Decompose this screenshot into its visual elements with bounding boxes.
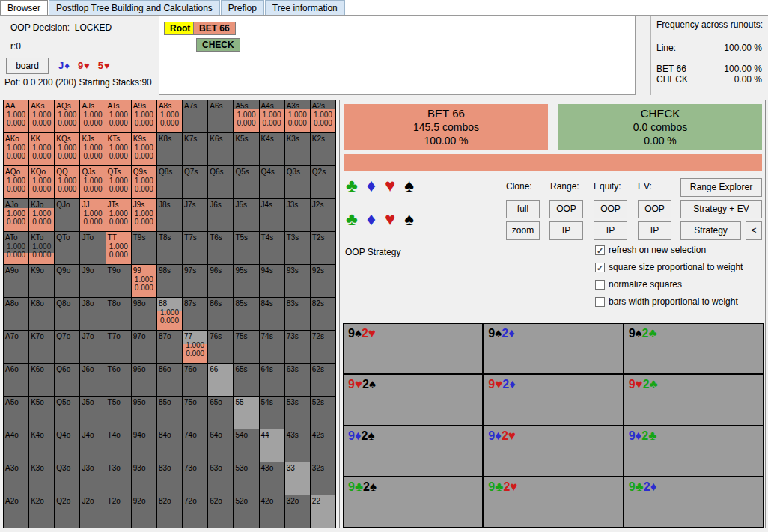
hand-cell-66[interactable]: 66 [208,364,233,396]
hand-cell-j4s[interactable]: J4s [260,199,284,231]
full-button-0[interactable]: full [506,200,540,218]
hand-cell-87s[interactable]: 87s [183,298,207,330]
hand-cell-92s[interactable]: 92s [311,265,335,297]
hand-cell-t3s[interactable]: T3s [285,232,310,264]
hand-cell-q9o[interactable]: Q9o [55,265,79,297]
hand-cell-94s[interactable]: 94s [260,265,284,297]
hand-cell-q6s[interactable]: Q6s [208,166,233,198]
hand-cell-42s[interactable]: 42s [311,429,335,462]
hand-cell-99[interactable]: 991.0000.000 [132,265,156,297]
hand-cell-k9s[interactable]: K9s1.0000.000 [132,133,156,165]
hand-cell-kjo[interactable]: KJo1.0000.000 [29,199,54,231]
hand-cell-j2o[interactable]: J2o [80,495,105,528]
hand-cell-65o[interactable]: 65o [208,397,233,429]
hand-cell-84s[interactable]: 84s [260,298,284,330]
checkbox-square-size-proportional-to-weight[interactable]: ✓square size proportional to weight [595,262,743,272]
hand-cell-j5o[interactable]: J5o [80,397,105,429]
hand-cell-53o[interactable]: 53o [234,462,258,495]
hand-cell-82s[interactable]: 82s [311,298,335,330]
hand-cell-k2s[interactable]: K2s [311,133,335,165]
hand-cell-54o[interactable]: 54o [234,429,258,462]
hand-cell-j4o[interactable]: J4o [80,429,105,462]
bet-action-header[interactable]: BET 66 145.5 combos 100.00 % [344,104,548,150]
hand-cell-97s[interactable]: 97s [183,265,207,297]
hand-cell-93o[interactable]: 93o [132,462,156,495]
hand-cell-kqo[interactable]: KQo1.0000.000 [29,166,54,198]
hand-cell-q6o[interactable]: Q6o [55,364,79,396]
hand-cell-62s[interactable]: 62s [311,364,335,396]
hand-cell-t7s[interactable]: T7s [183,232,207,264]
hand-cell-76o[interactable]: 76o [183,364,207,396]
hand-cell-76s[interactable]: 76s [208,331,233,363]
hand-cell-a9o[interactable]: A9o [4,265,28,297]
checkbox-normalize-squares[interactable]: normalize squares [595,279,682,290]
hand-cell-96s[interactable]: 96s [208,265,233,297]
tree-node-bet-66[interactable]: BET 66 [193,22,236,35]
hand-cell-q7o[interactable]: Q7o [55,331,79,363]
diamond-icon[interactable]: ♦ [367,210,376,228]
hand-cell-a7s[interactable]: A7s [183,100,207,132]
hand-cell-j5s[interactable]: J5s [234,199,258,231]
hand-cell-88[interactable]: 881.0000.000 [157,298,182,330]
checkbox-box[interactable] [595,280,605,290]
hand-cell-t3o[interactable]: T3o [106,462,131,495]
hand-cell-t5o[interactable]: T5o [106,397,131,429]
hand-cell-t8s[interactable]: T8s [157,232,182,264]
hand-cell-j9s[interactable]: J9s1.0000.000 [132,199,156,231]
hand-cell-j8o[interactable]: J8o [80,298,105,330]
hand-cell-kqs[interactable]: KQs1.0000.000 [55,133,79,165]
hand-cell-k4s[interactable]: K4s [260,133,284,165]
hand-cell-54s[interactable]: 54s [260,397,284,429]
hand-cell-t6s[interactable]: T6s [208,232,233,264]
club-icon[interactable]: ♣ [346,210,358,228]
hand-cell-t8o[interactable]: T8o [106,298,131,330]
hand-cell-74o[interactable]: 74o [183,429,207,462]
hand-cell-qq[interactable]: QQ1.0000.000 [55,166,79,198]
hand-cell-97o[interactable]: 97o [132,331,156,363]
hand-cell-95s[interactable]: 95s [234,265,258,297]
runout-9h2d[interactable]: 9♥2♦ [484,375,622,424]
hand-cell-j8s[interactable]: J8s [157,199,182,231]
hand-cell-tt[interactable]: TT1.0000.000 [106,232,131,264]
hand-cell-a5s[interactable]: A5s1.0000.000 [234,100,258,132]
hand-cell-k8o[interactable]: K8o [29,298,54,330]
hand-cell-75o[interactable]: 75o [183,397,207,429]
hand-cell-j9o[interactable]: J9o [80,265,105,297]
hand-cell-98s[interactable]: 98s [157,265,182,297]
hand-cell-t5s[interactable]: T5s [234,232,258,264]
hand-cell-k6s[interactable]: K6s [208,133,233,165]
strategy-ev-button[interactable]: Strategy + EV [680,200,762,218]
hand-cell-aks[interactable]: AKs1.0000.000 [29,100,54,132]
hand-cell-j7s[interactable]: J7s [183,199,207,231]
hand-cell-a5o[interactable]: A5o [4,397,28,429]
hand-cell-22[interactable]: 22 [311,495,335,528]
hand-cell-t6o[interactable]: T6o [106,364,131,396]
hand-cell-63s[interactable]: 63s [285,364,310,396]
hand-cell-77[interactable]: 771.0000.000 [183,331,207,363]
hand-cell-85s[interactable]: 85s [234,298,258,330]
range-explorer-button[interactable]: Range Explorer [680,178,762,197]
strategy-button[interactable]: Strategy [680,221,741,240]
hand-cell-aqs[interactable]: AQs1.0000.000 [55,100,79,132]
hand-cell-ato[interactable]: ATo1.0000.000 [4,232,28,264]
hand-cell-q2s[interactable]: Q2s [311,166,335,198]
hand-cell-62o[interactable]: 62o [208,495,233,528]
hand-cell-94o[interactable]: 94o [132,429,156,462]
tab-browser[interactable]: Browser [0,0,48,15]
club-icon[interactable]: ♣ [346,177,358,195]
hand-cell-42o[interactable]: 42o [260,495,284,528]
hand-cell-44[interactable]: 44 [260,429,284,462]
ip-button-6[interactable]: IP [594,221,627,240]
hand-cell-87o[interactable]: 87o [157,331,182,363]
runout-9d2s[interactable]: 9♦2♠ [344,426,482,476]
hand-cell-ajo[interactable]: AJo1.0000.000 [4,199,28,231]
tree-node-check[interactable]: CHECK [196,38,240,52]
hand-cell-ako[interactable]: AKo1.0000.000 [4,133,28,165]
hand-cell-j7o[interactable]: J7o [80,331,105,363]
hand-cell-t7o[interactable]: T7o [106,331,131,363]
hand-cell-96o[interactable]: 96o [132,364,156,396]
oop-button-1[interactable]: OOP [549,200,583,218]
hand-cell-ajs[interactable]: AJs1.0000.000 [80,100,105,132]
hand-cell-a8o[interactable]: A8o [4,298,28,330]
tab-postflop-tree-building-and-calculations[interactable]: Postflop Tree Building and Calculations [49,0,220,15]
